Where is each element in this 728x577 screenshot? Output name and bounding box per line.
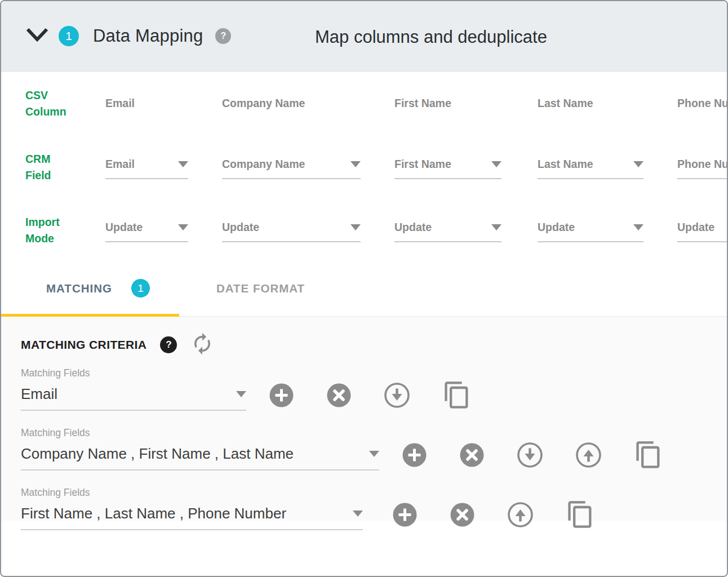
matching-criteria-title-row: MATCHING CRITERIA ?: [21, 317, 727, 356]
arrow-down-circle-icon: [517, 442, 543, 470]
import-mode-select-email[interactable]: Update: [105, 221, 188, 242]
matching-fields-label: Matching Fields: [21, 427, 727, 439]
dropdown-arrow-icon: [491, 161, 501, 167]
section-subtitle: Map columns and deduplicate: [315, 27, 547, 47]
dropdown-arrow-icon: [491, 224, 501, 230]
add-criteria-button[interactable]: [392, 502, 418, 529]
import-mode-select-phone-number[interactable]: Update: [677, 221, 728, 242]
crm-field-select-phone-number[interactable]: Phone Number: [677, 158, 728, 179]
import-wizard-panel: 1 Data Mapping ? Map columns and dedupli…: [0, 0, 728, 577]
dropdown-arrow-icon: [633, 224, 643, 230]
chevron-down-icon: [25, 26, 49, 46]
active-tab-indicator: [1, 314, 179, 317]
column-mapping-table: CSV Column Email Company Name First Name…: [1, 72, 727, 260]
matching-fields-select-1[interactable]: Email: [21, 381, 246, 411]
dropdown-arrow-icon: [178, 161, 188, 167]
csv-header-email: Email: [105, 87, 222, 110]
dropdown-arrow-icon: [633, 161, 643, 167]
plus-circle-icon: [269, 383, 294, 410]
collapse-section-button[interactable]: [25, 26, 49, 46]
matching-fields-label: Matching Fields: [21, 367, 727, 379]
copy-icon: [566, 500, 595, 531]
tab-bar: MATCHING 1 DATE FORMAT: [1, 260, 727, 317]
refresh-icon: [190, 332, 214, 358]
crm-field-select-first-name[interactable]: First Name: [394, 158, 501, 179]
dropdown-arrow-icon: [350, 161, 361, 167]
csv-header-phone-number: Phone Number: [677, 87, 728, 110]
csv-header-last-name: Last Name: [538, 87, 677, 110]
add-criteria-button[interactable]: [269, 383, 294, 410]
arrow-up-circle-icon: [575, 442, 602, 470]
row-label-crm-field: CRM Field: [25, 151, 105, 184]
help-icon[interactable]: ?: [160, 336, 177, 353]
copy-icon: [634, 440, 663, 471]
dropdown-arrow-icon: [178, 224, 188, 230]
matching-field-group: Matching Fields First Name , Last Name ,…: [21, 487, 727, 531]
copy-icon: [442, 380, 472, 411]
plus-circle-icon: [392, 502, 418, 529]
matching-fields-select-3[interactable]: First Name , Last Name , Phone Number: [21, 500, 363, 530]
remove-criteria-button[interactable]: [450, 502, 475, 529]
matching-count-badge: 1: [131, 279, 150, 298]
row-label-import-mode: Import Mode: [25, 214, 105, 247]
dropdown-arrow-icon: [236, 391, 246, 397]
crm-field-select-email[interactable]: Email: [105, 158, 188, 179]
move-down-button[interactable]: [517, 442, 543, 470]
copy-criteria-button[interactable]: [566, 500, 595, 531]
plus-circle-icon: [402, 442, 427, 469]
help-icon[interactable]: ?: [215, 28, 231, 44]
add-criteria-button[interactable]: [402, 442, 427, 469]
arrow-up-circle-icon: [507, 501, 534, 530]
copy-criteria-button[interactable]: [634, 440, 663, 471]
csv-column-row: CSV Column Email Company Name First Name…: [25, 87, 727, 151]
section-header: 1 Data Mapping ? Map columns and dedupli…: [1, 1, 727, 72]
remove-criteria-button[interactable]: [459, 442, 485, 469]
csv-header-first-name: First Name: [394, 87, 538, 110]
dropdown-arrow-icon: [369, 451, 379, 457]
import-mode-select-first-name[interactable]: Update: [394, 221, 501, 242]
refresh-button[interactable]: [190, 332, 214, 358]
x-circle-icon: [459, 442, 485, 469]
page-title: Data Mapping: [93, 26, 203, 46]
move-up-button[interactable]: [575, 442, 602, 470]
import-mode-select-last-name[interactable]: Update: [538, 221, 643, 242]
step-number: 1: [65, 29, 72, 43]
move-up-button[interactable]: [507, 501, 534, 530]
import-mode-row: Import Mode Update Update Update Update …: [25, 214, 727, 260]
step-number-badge: 1: [59, 26, 79, 46]
copy-criteria-button[interactable]: [442, 380, 472, 411]
tab-date-format[interactable]: DATE FORMAT: [216, 282, 305, 295]
x-circle-icon: [326, 383, 352, 410]
matching-criteria-title: MATCHING CRITERIA: [21, 338, 147, 352]
matching-field-group: Matching Fields Email: [21, 367, 727, 411]
row-label-csv-column: CSV Column: [25, 87, 105, 120]
arrow-down-circle-icon: [384, 382, 410, 410]
dropdown-arrow-icon: [353, 511, 363, 517]
matching-fields-select-2[interactable]: Company Name , First Name , Last Name: [21, 441, 379, 471]
import-mode-select-company-name[interactable]: Update: [222, 221, 361, 242]
matching-field-group: Matching Fields Company Name , First Nam…: [21, 427, 727, 471]
matching-fields-label: Matching Fields: [21, 487, 727, 499]
remove-criteria-button[interactable]: [326, 383, 352, 410]
csv-header-company-name: Company Name: [222, 87, 394, 110]
crm-field-row: CRM Field Email Company Name First Name …: [25, 151, 727, 214]
matching-criteria-section: MATCHING CRITERIA ? Matching Fields Emai…: [1, 317, 727, 521]
crm-field-select-last-name[interactable]: Last Name: [538, 158, 643, 179]
x-circle-icon: [450, 502, 475, 529]
tab-matching[interactable]: MATCHING 1: [46, 279, 150, 298]
crm-field-select-company-name[interactable]: Company Name: [222, 158, 361, 179]
dropdown-arrow-icon: [350, 224, 361, 230]
move-down-button[interactable]: [384, 382, 410, 410]
